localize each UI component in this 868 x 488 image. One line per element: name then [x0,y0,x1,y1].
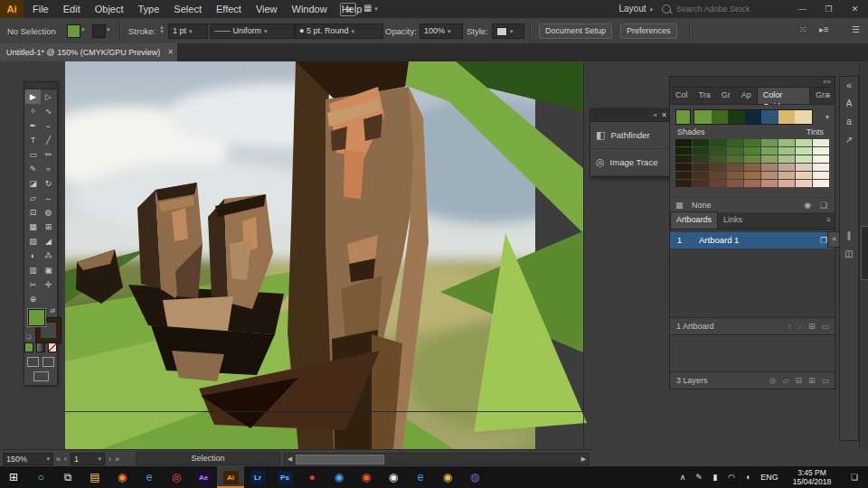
edit-colors-icon[interactable]: ◉ [804,201,811,210]
mesh-tool[interactable]: ⊞ [41,220,56,234]
move-up-icon[interactable]: ↑ [788,318,792,334]
move-down-icon[interactable]: ↓ [797,318,802,334]
collapse-dock-icon[interactable]: «« [823,77,831,87]
workspace-switcher-icon[interactable]: ⁙ [799,24,807,34]
battery-icon[interactable]: ▮ [707,473,723,482]
fill-swatch[interactable] [28,309,45,326]
magic-wand-tool[interactable]: ✧ [25,104,41,118]
start-icon[interactable]: ⊞ [0,466,27,488]
type-tool[interactable]: T [25,133,41,147]
color-guide-swatch[interactable] [778,147,795,155]
color-guide-swatch[interactable] [744,172,760,179]
stock-search[interactable] [662,2,778,15]
selection-tool[interactable]: ▶ [25,89,41,104]
menu-window[interactable]: Window [285,0,335,18]
color-guide-swatch[interactable] [778,155,795,163]
color-guide-swatch[interactable] [796,180,812,187]
line-segment-tool[interactable]: ╱ [41,133,56,147]
safari-icon[interactable]: ◉ [326,466,353,488]
close-button[interactable]: ✕ [842,0,868,18]
color-guide-swatch[interactable] [813,147,829,155]
color-guide-swatch[interactable] [675,172,692,179]
stroke-color-swatch[interactable] [92,24,106,38]
hand-tool[interactable]: ✛ [41,277,56,292]
previous-artboard-icon[interactable]: ‹ [64,455,67,464]
artboard-name[interactable]: Artboard 1 [699,232,739,249]
color-guide-swatch[interactable] [796,164,812,171]
menu-object[interactable]: Object [88,0,131,18]
vertical-scrollbar[interactable] [859,61,868,449]
color-guide-swatch[interactable] [710,147,726,155]
color-guide-swatch[interactable] [675,155,692,163]
collapse-panel-icon[interactable]: « [654,109,657,121]
color-guide-swatch[interactable] [744,180,760,187]
vivaldi-icon[interactable]: ◉ [380,466,407,488]
scale-tool[interactable]: ▱ [25,191,41,205]
column-graph-tool[interactable]: ▥ [25,263,41,277]
color-guide-swatch[interactable] [813,180,829,187]
pathfinder-button[interactable]: ◧Pathfinder [590,122,670,149]
tab-color-guide[interactable]: Color Guide [757,87,810,104]
brush-dropdown[interactable]: ● 5 pt. Round▾ [295,23,383,39]
tab-col[interactable]: Col [670,88,693,104]
color-guide-swatch[interactable] [710,172,726,179]
network-icon[interactable]: ◠ [723,473,740,482]
color-guide-swatch[interactable] [710,180,726,187]
color-guide-swatch[interactable] [710,164,726,171]
color-guide-swatch[interactable] [693,164,709,171]
after-effects-icon[interactable]: Ae [190,466,217,488]
horizontal-scrollbar[interactable]: ◀ ▶ [284,453,590,465]
last-artboard-icon[interactable]: » [115,455,119,464]
width-tool[interactable]: ↔ [41,191,56,205]
limit-color-group-icon[interactable]: ▦ [675,201,684,210]
zoom-level-dropdown[interactable]: 150%▾ [3,453,53,465]
lasso-tool[interactable]: ∿ [41,104,56,118]
chevron-down-icon[interactable]: ▾ [107,26,110,33]
color-guide-swatch[interactable] [710,139,726,146]
panel-menu-icon[interactable]: ≡ [826,216,831,224]
tab-ap[interactable]: Ap [736,88,757,104]
panel-menu-icon[interactable]: ☰ [852,24,860,34]
color-mode-icon[interactable] [24,343,33,352]
make-mask-icon[interactable]: ▱ [782,372,788,389]
align-panel-icon[interactable]: ∥ [840,227,858,245]
vertical-scrollbar-thumb[interactable] [861,226,868,280]
search-input[interactable] [675,4,784,14]
pencil-tool[interactable]: ✎ [25,162,41,176]
menu-select[interactable]: Select [166,0,209,18]
internet-explorer-icon[interactable]: e [407,466,434,488]
tab-gr[interactable]: Gr [716,88,736,104]
tab-artboards[interactable]: Artboards [670,211,718,229]
stroke-profile-dropdown[interactable]: —— Uniform▾ [210,23,295,39]
scroll-right-icon[interactable]: ▶ [579,454,589,464]
color-guide-swatch[interactable] [796,147,812,155]
document-setup-button[interactable]: Document Setup [539,23,612,39]
first-artboard-icon[interactable]: « [56,455,61,464]
paintbrush-tool[interactable]: ✏ [41,147,56,162]
glyphs-panel-icon[interactable]: a [840,113,858,131]
eraser-tool[interactable]: ◪ [25,176,41,191]
panel-grip[interactable]: ⋯⋯ [24,82,57,89]
export-panel-icon[interactable]: ↗ [840,131,858,149]
chevron-up-icon[interactable]: ∧ [675,473,691,482]
slice-tool[interactable]: ✂ [25,277,41,292]
color-guide-swatch[interactable] [744,164,760,171]
default-fill-stroke-icon[interactable]: ❏ [26,333,31,340]
color-guide-swatch[interactable] [693,180,709,187]
base-color-swatch[interactable] [675,109,691,125]
close-tab-icon[interactable]: ✕ [167,43,174,61]
chevron-down-icon[interactable]: ▾ [81,26,85,33]
harmony-swatch[interactable] [745,110,762,124]
photoshop-icon[interactable]: Ps [271,466,298,488]
minimize-button[interactable]: — [789,0,816,18]
harmony-swatch[interactable] [761,110,778,124]
blend-tool[interactable]: ◐ [25,249,41,263]
harmony-swatch[interactable] [795,110,812,124]
color-guide-swatch[interactable] [727,155,743,163]
pen-tool[interactable]: ✒ [25,118,41,133]
illustrator-icon[interactable]: Ai [217,466,244,488]
file-explorer-icon[interactable]: ▤ [81,466,108,488]
clock[interactable]: 3:45 PM15/04/2018 [783,468,841,486]
color-guide-swatch[interactable] [796,155,812,163]
color-guide-swatch[interactable] [778,164,795,171]
